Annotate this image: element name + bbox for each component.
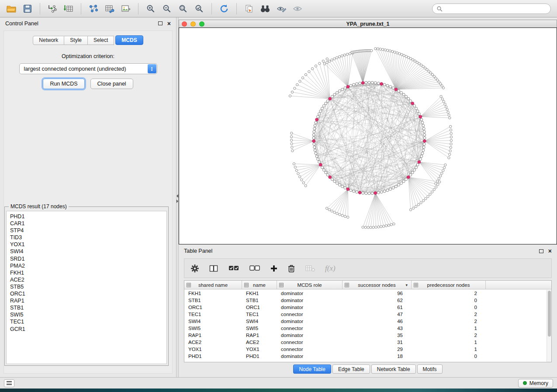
refresh-layout-icon[interactable]: [217, 3, 231, 15]
table-row[interactable]: YOX1YOX1connector291: [184, 346, 547, 353]
zoom-out-icon[interactable]: [160, 3, 174, 15]
mcds-result-item[interactable]: ORC1: [10, 290, 163, 297]
scrollbar-thumb[interactable]: [548, 291, 551, 337]
mcds-result-item[interactable]: RAP1: [10, 297, 163, 304]
clone-network-icon[interactable]: [242, 3, 256, 15]
hide-annotations-icon[interactable]: [274, 3, 288, 15]
network-canvas[interactable]: [179, 28, 557, 244]
mcds-result-item[interactable]: SWI5: [10, 311, 163, 318]
table-cell: ACE2: [242, 340, 277, 345]
close-panel-icon[interactable]: ×: [167, 21, 171, 26]
expand-panel-icon[interactable]: [176, 199, 178, 203]
table-cell: connector: [277, 347, 343, 352]
delete-column-icon[interactable]: [287, 264, 295, 273]
table-cell: SWI4: [242, 319, 277, 324]
tab-edge-table[interactable]: Edge Table: [332, 364, 370, 374]
search-binoculars-icon[interactable]: [258, 3, 272, 15]
mcds-result-item[interactable]: STP4: [10, 227, 163, 234]
row-filter-icon: [305, 265, 315, 272]
maximize-window-button[interactable]: [199, 21, 204, 27]
float-table-panel-icon[interactable]: [539, 249, 543, 253]
mcds-result-item[interactable]: TEC1: [10, 318, 163, 325]
new-network-icon[interactable]: [86, 3, 100, 15]
tab-node-table[interactable]: Node Table: [293, 364, 331, 374]
table-toolbar: f(x): [184, 258, 552, 278]
table-row[interactable]: SWI5SWI5connector431: [184, 325, 547, 332]
list-icon: [7, 381, 12, 385]
table-row[interactable]: TEC1TEC1connector472: [184, 311, 547, 318]
table-row[interactable]: STB1STB1dominator620: [184, 297, 547, 304]
mcds-result-item[interactable]: GCR1: [10, 326, 163, 333]
float-panel-icon[interactable]: [158, 21, 163, 25]
tab-style[interactable]: Style: [64, 36, 88, 45]
table-scrollbar[interactable]: [547, 290, 551, 362]
tab-network-table[interactable]: Network Table: [371, 364, 416, 374]
table-row[interactable]: ORC1ORC1dominator610: [184, 304, 547, 311]
search-box[interactable]: [432, 3, 551, 14]
function-builder-button[interactable]: f(x): [325, 264, 336, 273]
status-menu-button[interactable]: [4, 379, 14, 387]
search-input[interactable]: [445, 6, 547, 12]
network-titlebar[interactable]: YPA_prune.txt_1: [179, 20, 557, 28]
minimize-window-button[interactable]: [190, 21, 196, 27]
mcds-result-item[interactable]: YOX1: [10, 241, 163, 248]
add-column-icon[interactable]: [270, 265, 278, 272]
tab-select[interactable]: Select: [88, 36, 114, 45]
table-row[interactable]: PHD1PHD1dominator180: [184, 353, 547, 360]
mcds-result-item[interactable]: SWI4: [10, 248, 163, 255]
toolbar-separator: [211, 3, 212, 14]
optimization-dropdown[interactable]: largest connected component (undirected)…: [19, 63, 157, 74]
tab-mcds[interactable]: MCDS: [115, 35, 143, 45]
mcds-result-item[interactable]: STB5: [10, 283, 163, 290]
column-header-name[interactable]: name: [242, 281, 277, 289]
network-graph-svg[interactable]: [179, 28, 557, 244]
settings-gear-icon[interactable]: [190, 264, 199, 273]
network-from-table-icon[interactable]: [103, 3, 117, 15]
run-mcds-button[interactable]: Run MCDS: [43, 79, 84, 89]
mcds-result-item[interactable]: SRD1: [10, 255, 163, 262]
memory-button[interactable]: Memory: [518, 379, 553, 388]
tab-motifs[interactable]: Motifs: [417, 364, 443, 374]
select-all-icon[interactable]: [228, 264, 239, 273]
mcds-result-item[interactable]: CAR1: [10, 220, 163, 227]
collapse-panel-icon[interactable]: [176, 194, 178, 198]
export-image-icon[interactable]: [119, 3, 133, 15]
open-folder-icon[interactable]: [4, 3, 18, 15]
table-row[interactable]: RAP1RAP1dominator352: [184, 332, 547, 339]
mcds-result-item[interactable]: FKH1: [10, 269, 163, 276]
node-table-header: shared namenameMCDS rolesuccessor nodes▾…: [184, 281, 551, 289]
column-header-predecessor-nodes[interactable]: predecessor nodes: [412, 281, 486, 289]
table-row[interactable]: SWI4SWI4dominator462: [184, 318, 547, 325]
control-panel-title: Control Panel: [5, 21, 38, 27]
mcds-result-item[interactable]: STB1: [10, 304, 163, 311]
table-cell: dominator: [277, 305, 343, 310]
dropdown-value: largest connected component (undirected): [24, 66, 126, 72]
import-table-from-file-icon[interactable]: [62, 3, 76, 15]
mcds-result-item[interactable]: ACE2: [10, 276, 163, 283]
close-window-button[interactable]: [182, 21, 187, 27]
save-session-icon[interactable]: [21, 3, 35, 15]
zoom-in-icon[interactable]: [144, 3, 158, 15]
mcds-result-title: MCDS result (17 nodes): [9, 203, 69, 210]
mcds-result-item[interactable]: PMA2: [10, 262, 163, 269]
zoom-selected-icon[interactable]: [192, 3, 206, 15]
table-cell: 31: [343, 340, 412, 345]
close-panel-button[interactable]: Close panel: [90, 79, 133, 89]
import-network-from-file-icon[interactable]: [45, 3, 59, 15]
column-header-MCDS-role[interactable]: MCDS role: [277, 281, 343, 289]
close-table-panel-icon[interactable]: ×: [548, 249, 552, 253]
split-panel-icon[interactable]: [209, 264, 218, 273]
mcds-result-item[interactable]: TID3: [10, 234, 163, 241]
tab-network[interactable]: Network: [33, 36, 64, 45]
table-cell: STB1: [242, 298, 277, 303]
table-row[interactable]: ACE2ACE2connector311: [184, 339, 547, 346]
column-header-shared-name[interactable]: shared name: [184, 281, 242, 289]
window-controls: [182, 21, 204, 27]
zoom-fit-icon[interactable]: [176, 3, 190, 15]
deselect-all-icon[interactable]: [249, 264, 260, 273]
table-row[interactable]: FKH1FKH1dominator962: [184, 290, 547, 297]
column-header-successor-nodes[interactable]: successor nodes▾: [343, 281, 412, 289]
table-cell: 61: [343, 305, 412, 310]
show-graphics-details-icon[interactable]: [291, 3, 304, 15]
mcds-result-item[interactable]: PHD1: [10, 213, 163, 220]
